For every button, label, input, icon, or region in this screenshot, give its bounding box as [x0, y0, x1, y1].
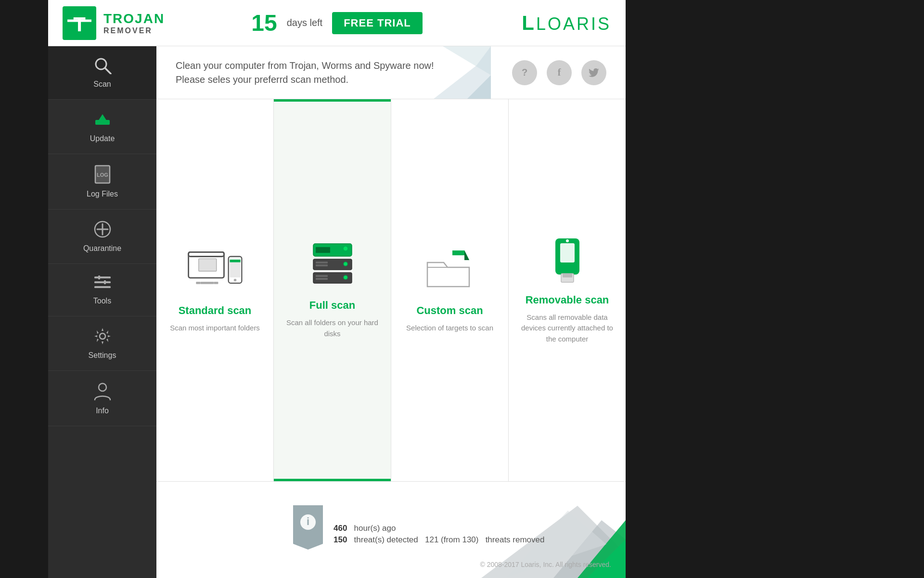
scan-stats: 460 hour(s) ago 150 threat(s) detected 1… — [334, 524, 544, 547]
svg-marker-6 — [98, 114, 107, 121]
svg-rect-15 — [98, 276, 100, 279]
banner-line1: Clean your computer from Trojan, Worms a… — [176, 60, 512, 71]
sidebar-item-update-label: Update — [90, 134, 115, 143]
svg-text:T: T — [73, 13, 86, 35]
custom-scan-desc: Selection of targets to scan — [406, 323, 493, 334]
scan-cards-row: Standard scan Scan most important folder… — [156, 99, 626, 482]
logo-text: TROJAN REMOVER — [103, 11, 165, 35]
svg-point-18 — [99, 383, 106, 391]
tools-icon — [93, 275, 112, 294]
app-header: T TROJAN REMOVER 15 days left FREE TRIAL… — [48, 0, 626, 46]
scan-options-area: Standard scan Scan most important folder… — [156, 99, 626, 578]
sidebar-item-quarantine-label: Quarantine — [83, 244, 121, 253]
update-icon — [93, 110, 112, 131]
main-content: Clean your computer from Trojan, Worms a… — [156, 46, 626, 578]
stat2-mid: 121 (from 130) — [425, 535, 479, 544]
twitter-icon-btn[interactable] — [581, 60, 606, 85]
svg-rect-38 — [316, 264, 328, 266]
custom-scan-title: Custom scan — [416, 304, 483, 317]
logo-remover: REMOVER — [103, 26, 165, 35]
banner: Clean your computer from Trojan, Worms a… — [156, 46, 626, 99]
sidebar-item-info-label: Info — [96, 407, 109, 415]
banner-line2: Please seles your preferrd scan method. — [176, 74, 512, 85]
svg-text:i: i — [307, 515, 309, 527]
svg-rect-14 — [94, 286, 111, 288]
days-left-label: days left — [287, 17, 322, 28]
stat-line-2: 150 threat(s) detected 121 (from 130) th… — [334, 535, 544, 545]
removable-scan-card[interactable]: Removable scan Scans all removable data … — [509, 99, 626, 481]
svg-rect-37 — [316, 262, 328, 263]
sidebar-item-settings[interactable]: Settings — [48, 316, 156, 371]
log-files-icon: LOG — [94, 165, 111, 187]
bottom-section: i 460 hour(s) ago 150 thre — [156, 482, 626, 578]
svg-rect-31 — [230, 260, 240, 263]
full-scan-card[interactable]: Full scan Scan all folders on your hard … — [274, 99, 391, 481]
svg-point-39 — [344, 262, 347, 266]
quarantine-icon — [93, 220, 112, 241]
sidebar-item-log-label: Log Files — [87, 190, 118, 198]
svg-rect-25 — [200, 282, 214, 284]
facebook-icon-btn[interactable]: f — [547, 60, 572, 85]
sidebar-item-tools-label: Tools — [93, 297, 111, 305]
body-layout: Scan Update LOG — [48, 46, 626, 578]
svg-point-35 — [343, 246, 348, 251]
sidebar-item-log-files[interactable]: LOG Log Files — [48, 154, 156, 210]
stat-line-1: 460 hour(s) ago — [334, 524, 544, 533]
svg-rect-13 — [94, 281, 111, 283]
full-scan-icon — [304, 241, 361, 289]
sidebar: Scan Update LOG — [48, 46, 156, 578]
app-logo-icon: T — [63, 6, 96, 40]
banner-social-icons: ? f — [512, 60, 606, 85]
svg-rect-16 — [104, 280, 106, 284]
removable-scan-desc: Scans all removable data devices current… — [518, 312, 616, 345]
full-scan-desc: Scan all folders on your hard disks — [283, 317, 381, 339]
sidebar-item-quarantine[interactable]: Quarantine — [48, 210, 156, 264]
sidebar-item-update[interactable]: Update — [48, 100, 156, 154]
twitter-bird-icon — [589, 68, 599, 77]
info-person-icon — [94, 381, 111, 404]
header-center: 15 days left FREE TRIAL — [245, 10, 428, 36]
svg-text:LOG: LOG — [97, 172, 108, 178]
svg-rect-42 — [316, 278, 328, 280]
custom-scan-card[interactable]: Custom scan Selection of targets to scan — [391, 99, 509, 481]
loaris-logo: LLOARIS — [522, 12, 611, 35]
stat1-label: hour(s) ago — [354, 524, 396, 533]
removable-scan-title: Removable scan — [526, 294, 609, 306]
standard-scan-title: Standard scan — [179, 304, 252, 317]
logo-area: T TROJAN REMOVER — [63, 6, 245, 40]
svg-point-30 — [233, 278, 236, 281]
stat2-label: threat(s) detected — [354, 535, 418, 544]
svg-rect-33 — [316, 247, 330, 250]
standard-scan-card[interactable]: Standard scan Scan most important folder… — [156, 99, 274, 481]
sidebar-item-settings-label: Settings — [89, 351, 116, 360]
svg-rect-47 — [563, 274, 572, 277]
settings-icon — [93, 327, 112, 348]
svg-rect-41 — [316, 275, 328, 277]
stat2-end: threats removed — [486, 535, 545, 544]
info-badge: i — [291, 505, 325, 552]
standard-scan-icon — [186, 247, 244, 295]
copyright-text: © 2008-2017 Loaris, Inc. All rights rese… — [480, 561, 611, 568]
logo-trojan: TROJAN — [103, 11, 165, 26]
custom-scan-icon — [421, 247, 479, 295]
svg-point-48 — [566, 239, 569, 242]
removable-scan-icon — [539, 236, 596, 284]
svg-rect-34 — [316, 250, 330, 253]
header-right: LLOARIS — [428, 12, 611, 35]
scan-icon — [93, 57, 112, 77]
full-scan-title: Full scan — [309, 299, 355, 312]
days-count: 15 — [251, 10, 277, 36]
free-trial-badge[interactable]: FREE TRIAL — [332, 12, 423, 34]
stat1-num: 460 — [334, 524, 347, 533]
sidebar-item-tools[interactable]: Tools — [48, 264, 156, 316]
svg-rect-12 — [94, 276, 111, 278]
standard-scan-desc: Scan most important folders — [170, 323, 260, 334]
sidebar-item-scan[interactable]: Scan — [48, 46, 156, 100]
svg-rect-24 — [198, 259, 216, 271]
svg-point-17 — [100, 333, 105, 339]
stat2-num: 150 — [334, 535, 347, 544]
banner-text: Clean your computer from Trojan, Worms a… — [176, 60, 512, 85]
svg-rect-45 — [560, 243, 575, 263]
help-icon-btn[interactable]: ? — [512, 60, 537, 85]
sidebar-item-info[interactable]: Info — [48, 371, 156, 426]
